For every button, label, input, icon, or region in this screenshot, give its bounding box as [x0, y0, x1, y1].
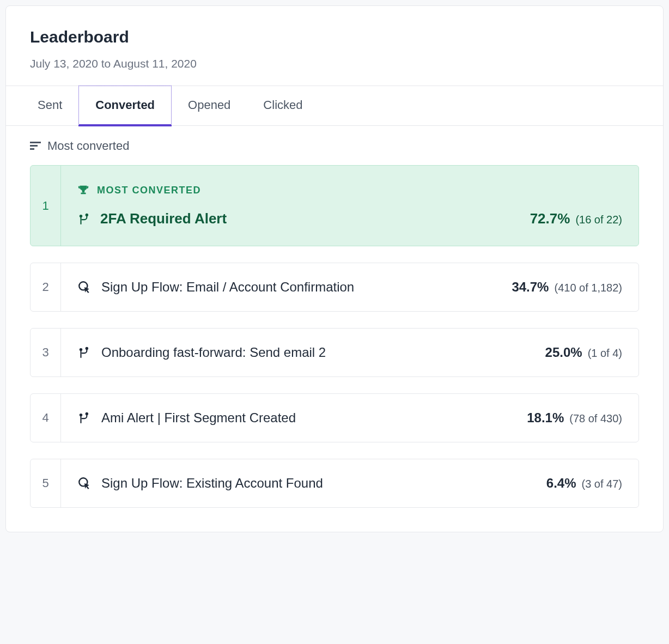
svg-point-6: [86, 213, 88, 216]
workflow-branch-icon: [77, 345, 92, 360]
trophy-icon: [77, 184, 89, 196]
svg-point-13: [86, 412, 88, 415]
svg-rect-9: [80, 351, 81, 358]
row-name: Onboarding fast-forward: Send email 2: [101, 345, 326, 360]
row-stats: 6.4% (3 of 47): [546, 476, 622, 491]
svg-rect-3: [81, 193, 86, 195]
row-main: 2FA Required Alert 72.7% (16 of 22): [77, 210, 622, 227]
card-header: Leaderboard July 13, 2020 to August 11, …: [6, 6, 663, 86]
row-stats: 18.1% (78 of 430): [527, 410, 622, 426]
tab-opened[interactable]: Opened: [172, 86, 247, 125]
row-name: 2FA Required Alert: [100, 210, 227, 227]
rank-number: 3: [31, 329, 61, 376]
row-count: (16 of 22): [575, 214, 622, 226]
leaderboard-row[interactable]: 1 MOST CONVERTED: [30, 165, 639, 246]
rank-number: 4: [31, 394, 61, 442]
leaderboard-row[interactable]: 2 Sign Up Flow: Email / Account Confirma…: [30, 263, 639, 312]
row-pct: 34.7%: [512, 280, 549, 295]
svg-point-10: [86, 347, 88, 350]
sort-icon: [30, 142, 41, 150]
row-pct: 18.1%: [527, 410, 564, 426]
leaderboard-content: Most converted 1 MOST CONVERTED: [6, 126, 663, 532]
row-pct: 72.7%: [530, 210, 570, 227]
row-body: Sign Up Flow: Existing Account Found 6.4…: [61, 459, 638, 507]
cursor-click-icon: [77, 476, 92, 490]
row-body: Ami Alert | First Segment Created 18.1% …: [61, 394, 638, 442]
page-title: Leaderboard: [30, 28, 639, 46]
sort-indicator[interactable]: Most converted: [30, 139, 639, 153]
svg-rect-2: [30, 148, 34, 150]
svg-rect-1: [30, 145, 38, 147]
tab-list: Sent Converted Opened Clicked: [6, 86, 663, 126]
row-pct: 6.4%: [546, 476, 576, 491]
row-pct: 25.0%: [545, 345, 582, 360]
svg-point-4: [80, 214, 82, 217]
winner-label: MOST CONVERTED: [97, 185, 201, 196]
row-stats: 25.0% (1 of 4): [545, 345, 622, 360]
winner-badge: MOST CONVERTED: [77, 184, 622, 196]
row-body: Onboarding fast-forward: Send email 2 25…: [61, 329, 638, 376]
date-range: July 13, 2020 to August 11, 2020: [30, 57, 639, 70]
row-count: (1 of 4): [588, 347, 622, 360]
row-stats: 72.7% (16 of 22): [530, 210, 622, 227]
svg-rect-5: [80, 217, 81, 224]
leaderboard-row[interactable]: 5 Sign Up Flow: Existing Account Found 6…: [30, 459, 639, 508]
workflow-branch-icon: [77, 411, 92, 425]
cursor-click-icon: [77, 280, 92, 294]
tab-clicked[interactable]: Clicked: [247, 86, 319, 125]
rank-number: 5: [31, 459, 61, 507]
leaderboard-row[interactable]: 4 Ami Alert | First Segment Created 18.1…: [30, 393, 639, 442]
svg-rect-0: [30, 142, 41, 143]
leaderboard-card: Leaderboard July 13, 2020 to August 11, …: [5, 5, 664, 532]
row-name: Sign Up Flow: Existing Account Found: [101, 476, 323, 491]
leaderboard-row[interactable]: 3 Onboarding fast-forward: Send email 2 …: [30, 328, 639, 377]
sort-label: Most converted: [47, 139, 129, 153]
rank-number: 2: [31, 263, 61, 311]
row-name: Sign Up Flow: Email / Account Confirmati…: [101, 280, 354, 295]
tab-sent[interactable]: Sent: [30, 86, 78, 125]
rank-number: 1: [31, 166, 61, 246]
row-count: (410 of 1,182): [554, 282, 622, 294]
row-count: (3 of 47): [582, 478, 622, 490]
tab-converted[interactable]: Converted: [78, 86, 172, 126]
row-name: Ami Alert | First Segment Created: [101, 410, 296, 426]
row-body: MOST CONVERTED 2FA Required Alert 72.7%: [61, 166, 638, 246]
row-count: (78 of 430): [569, 412, 622, 425]
row-stats: 34.7% (410 of 1,182): [512, 280, 622, 295]
svg-point-11: [80, 414, 82, 416]
svg-point-8: [80, 348, 82, 351]
svg-rect-12: [80, 416, 81, 423]
workflow-branch-icon: [77, 212, 92, 226]
row-body: Sign Up Flow: Email / Account Confirmati…: [61, 263, 638, 311]
